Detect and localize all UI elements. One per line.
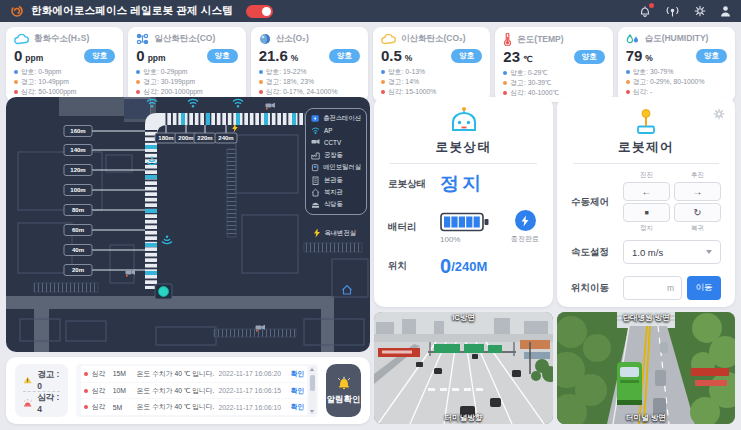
main-building-legend-icon — [311, 176, 320, 185]
return-button[interactable]: ↻ — [674, 203, 721, 222]
camera-caption-top: 단대병원 방면 — [557, 313, 735, 323]
legend-item-charging: 충전스테이션 — [311, 112, 361, 124]
sensor-value: 0 — [136, 47, 144, 64]
sensor-card-h2s: 황화수소(H₂S) 0ppm양호 양호: 0-9ppm 경고: 10-49ppm… — [6, 27, 123, 102]
h2s-cloud-icon — [14, 34, 29, 45]
control-settings-gear-icon[interactable] — [713, 106, 725, 124]
sensor-name: 습도(HUMIDITY) — [645, 33, 709, 45]
sensor-name: 산소(O₂) — [276, 33, 309, 45]
status-badge: 양호 — [574, 50, 605, 64]
svg-text:240m: 240m — [218, 135, 233, 141]
humidity-drops-icon — [626, 33, 640, 45]
backward-button[interactable]: → — [674, 182, 721, 201]
backward-label: 후진 — [674, 171, 721, 180]
ap-legend-icon — [311, 126, 320, 135]
alert-scrollbar[interactable] — [309, 366, 316, 415]
stop-label: 정지 — [623, 224, 670, 233]
svg-text:200m: 200m — [178, 135, 193, 141]
bus-shape — [617, 362, 642, 405]
forward-button[interactable]: ← — [623, 182, 670, 201]
legend-item-factory: 공장동 — [311, 149, 361, 161]
o2-sphere-icon — [259, 33, 271, 45]
svg-text:140m: 140m — [70, 147, 85, 153]
app-title: 한화에어로스페이스 레일로봇 관제 시스템 — [31, 4, 233, 18]
distance-markers-top: 180m 200m 220m 240m — [155, 125, 237, 143]
sensor-name: 일산화탄소(CO) — [154, 33, 215, 45]
scroll-up-arrow[interactable] — [310, 368, 314, 371]
legend-item-cctv: CCTV — [311, 137, 361, 149]
confirm-link[interactable]: 확인 — [290, 402, 304, 412]
cctv-legend-icon — [311, 138, 320, 147]
robot-state-row: 로봇상태 정지 — [374, 171, 553, 197]
boiler-legend-icon — [311, 163, 319, 172]
svg-text:160m: 160m — [70, 128, 85, 134]
alert-list: 심각 15M 온도 수치가 40 ℃ 입니다. 2022-11-17 16:06… — [76, 364, 318, 417]
camera-caption-top: IC방면 — [374, 313, 553, 323]
status-badge: 양호 — [451, 49, 482, 63]
speed-value: 1.0 m/s — [632, 247, 663, 258]
alert-row: 심각 10M 온도 수치가 40 ℃ 입니다. 2022-11-17 16:06… — [81, 383, 307, 399]
cctv-scene-bus-road — [557, 312, 735, 424]
map-legend: 충전스테이션 AP CCTV 공장동 메인보일러실 본관동 복지관 식당동 — [305, 108, 367, 215]
top-icons — [639, 5, 731, 18]
robot-icon — [446, 106, 482, 136]
welfare-legend-icon — [311, 188, 320, 197]
charging-station-legend-icon — [311, 114, 319, 123]
distance-markers-left: 160m 140m 120m 100m 80m 60m 40m 20m — [64, 126, 145, 276]
house-marker-icon — [343, 286, 352, 295]
bell-icon[interactable] — [639, 5, 651, 18]
siren-icon — [23, 398, 32, 408]
battery-icon — [440, 211, 490, 233]
chevron-down-icon — [706, 250, 712, 254]
co2-cloud-icon — [381, 34, 396, 45]
alert-bell-icon — [336, 375, 352, 391]
sensor-name: 이산화탄소(CO₂) — [401, 33, 466, 45]
alert-row: 심각 15M 온도 수치가 40 ℃ 입니다. 2022-11-17 16:06… — [81, 366, 307, 382]
co-molecule-icon — [136, 33, 149, 45]
severity-dot — [84, 372, 88, 376]
move-button[interactable]: 이동 — [687, 276, 721, 300]
manual-control-row: 수동제어 전진 후진 ← → ■ ↻ 정지 복귀 — [557, 171, 735, 233]
cctv-scene-highway — [374, 312, 553, 424]
robot-status-title: 로봇상태 — [436, 139, 492, 156]
sensor-name: 황화수소(H₂S) — [34, 33, 89, 45]
legend-item-boiler: 메인보일러실 — [311, 162, 361, 174]
gear-icon[interactable] — [694, 5, 706, 17]
factory-legend-icon — [311, 151, 320, 160]
sensor-name: 온도(TEMP) — [517, 34, 563, 46]
alert-summary: 경고 : 0 심각 : 4 — [15, 364, 68, 417]
cctv-feed-bus-road[interactable]: 단대병원 방면 터미널 방면 — [557, 312, 735, 424]
sensor-value: 0 — [14, 47, 22, 64]
svg-text:20m: 20m — [72, 267, 84, 273]
user-icon[interactable] — [720, 5, 731, 17]
robot-state-value: 정지 — [440, 171, 484, 197]
meter-suffix: m — [667, 283, 674, 293]
robot-status-panel: 로봇상태 로봇상태 정지 배터리 100% — [374, 97, 553, 307]
battery-percent: 100% — [440, 235, 490, 244]
scroll-down-arrow[interactable] — [310, 410, 314, 413]
severity-dot — [84, 405, 88, 409]
return-label: 복귀 — [674, 224, 721, 233]
scrollbar-thumb[interactable] — [310, 375, 315, 391]
camera-caption-bottom: 터미널방향 — [374, 413, 553, 423]
move-row: 위치이동 m 이동 — [557, 276, 735, 300]
antenna-icon[interactable] — [665, 5, 680, 17]
toggle-knob — [262, 7, 271, 16]
position-total: /240M — [451, 259, 487, 274]
cctv-feed-highway[interactable]: IC방면 터미널방향 — [374, 312, 553, 424]
alert-confirm-button[interactable]: 알림확인 — [326, 364, 361, 417]
confirm-link[interactable]: 확인 — [290, 369, 304, 379]
svg-text:80m: 80m — [72, 207, 84, 213]
stop-button[interactable]: ■ — [623, 203, 670, 222]
power-toggle[interactable] — [246, 5, 273, 18]
position-input[interactable] — [631, 283, 667, 293]
sensor-card-co2: 이산화탄소(CO₂) 0.5%양호 양호: 0-13% 경고: 14% 심각: … — [373, 27, 490, 102]
speed-select[interactable]: 1.0 m/s — [623, 240, 721, 264]
confirm-link[interactable]: 확인 — [290, 386, 304, 396]
status-badge: 양호 — [207, 49, 238, 63]
alert-bar: 경고 : 0 심각 : 4 심각 15M 온도 수치가 40 ℃ 입니다. 20… — [6, 357, 370, 424]
bell-alert-dot — [649, 3, 654, 8]
sensor-card-co: 일산화탄소(CO) 0ppm양호 양호: 0-29ppm 경고: 30-199p… — [128, 27, 245, 102]
legend-item-main-building: 본관동 — [311, 174, 361, 186]
thermometer-icon — [503, 33, 512, 46]
